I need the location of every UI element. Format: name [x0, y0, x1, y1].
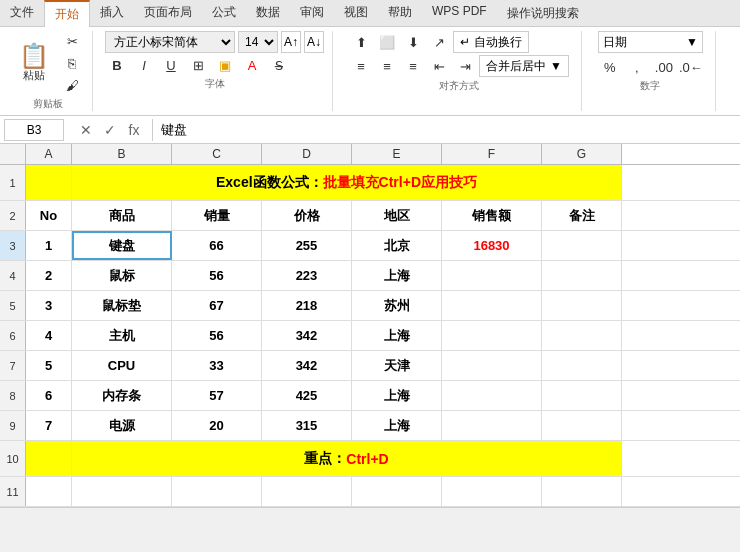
col-header-c[interactable]: C — [172, 144, 262, 164]
cell-b1-title[interactable]: Excel函数公式：批量填充Ctrl+D应用技巧 — [72, 165, 622, 200]
cell-a3[interactable]: 1 — [26, 231, 72, 260]
cell-e3[interactable]: 北京 — [352, 231, 442, 260]
tab-formula[interactable]: 公式 — [202, 0, 246, 26]
italic-button[interactable]: I — [132, 55, 156, 75]
cell-a10[interactable] — [26, 441, 72, 476]
row-num-1[interactable]: 1 — [0, 165, 26, 200]
cell-b2[interactable]: 商品 — [72, 201, 172, 230]
col-header-a[interactable]: A — [26, 144, 72, 164]
decrease-decimal-button[interactable]: .0← — [679, 57, 703, 77]
cell-c2[interactable]: 销量 — [172, 201, 262, 230]
cell-g3[interactable] — [542, 231, 622, 260]
tab-search[interactable]: 操作说明搜索 — [497, 0, 589, 26]
cell-b9[interactable]: 电源 — [72, 411, 172, 440]
wrap-text-button[interactable]: ↵ 自动换行 — [453, 31, 529, 53]
cell-d4[interactable]: 223 — [262, 261, 352, 290]
cell-b7[interactable]: CPU — [72, 351, 172, 380]
cell-d5[interactable]: 218 — [262, 291, 352, 320]
cell-a5[interactable]: 3 — [26, 291, 72, 320]
decrease-indent-button[interactable]: ⇤ — [427, 56, 451, 76]
confirm-formula-icon[interactable]: ✓ — [100, 122, 120, 138]
cell-c5[interactable]: 67 — [172, 291, 262, 320]
strikethrough-button[interactable]: S̶ — [267, 55, 291, 75]
tab-file[interactable]: 文件 — [0, 0, 44, 26]
row-num-8[interactable]: 8 — [0, 381, 26, 410]
cell-b5[interactable]: 鼠标垫 — [72, 291, 172, 320]
tab-data[interactable]: 数据 — [246, 0, 290, 26]
cell-d7[interactable]: 342 — [262, 351, 352, 380]
cell-a7[interactable]: 5 — [26, 351, 72, 380]
cell-c4[interactable]: 56 — [172, 261, 262, 290]
paste-button[interactable]: 📋 粘贴 — [12, 37, 56, 89]
cell-f4[interactable] — [442, 261, 542, 290]
cell-e11[interactable] — [352, 477, 442, 506]
cell-f2[interactable]: 销售额 — [442, 201, 542, 230]
align-top-button[interactable]: ⬆ — [349, 32, 373, 52]
cancel-formula-icon[interactable]: ✕ — [76, 122, 96, 138]
cell-c9[interactable]: 20 — [172, 411, 262, 440]
align-center-button[interactable]: ≡ — [375, 56, 399, 76]
cell-c3[interactable]: 66 — [172, 231, 262, 260]
font-size-select[interactable]: 14 — [238, 31, 278, 53]
number-format-dropdown[interactable]: 日期 ▼ — [598, 31, 703, 53]
cell-a11[interactable] — [26, 477, 72, 506]
cell-e9[interactable]: 上海 — [352, 411, 442, 440]
row-num-9[interactable]: 9 — [0, 411, 26, 440]
formula-input[interactable] — [157, 122, 736, 137]
row-num-10[interactable]: 10 — [0, 441, 26, 476]
cell-g7[interactable] — [542, 351, 622, 380]
align-right-button[interactable]: ≡ — [401, 56, 425, 76]
insert-function-icon[interactable]: fx — [124, 122, 144, 138]
cell-b3-selected[interactable]: 键盘 — [72, 231, 172, 260]
col-header-g[interactable]: G — [542, 144, 622, 164]
cell-b10-note[interactable]: 重点：Ctrl+D — [72, 441, 622, 476]
tab-help[interactable]: 帮助 — [378, 0, 422, 26]
tab-view[interactable]: 视图 — [334, 0, 378, 26]
cell-g9[interactable] — [542, 411, 622, 440]
percent-button[interactable]: % — [598, 57, 622, 77]
cell-f3[interactable]: 16830 — [442, 231, 542, 260]
cell-d8[interactable]: 425 — [262, 381, 352, 410]
copy-button[interactable]: ⎘ — [60, 53, 84, 73]
col-header-f[interactable]: F — [442, 144, 542, 164]
cell-f7[interactable] — [442, 351, 542, 380]
row-num-3[interactable]: 3 — [0, 231, 26, 260]
cell-d3[interactable]: 255 — [262, 231, 352, 260]
row-num-7[interactable]: 7 — [0, 351, 26, 380]
cell-f5[interactable] — [442, 291, 542, 320]
cell-g11[interactable] — [542, 477, 622, 506]
horizontal-scrollbar[interactable] — [0, 507, 740, 521]
cell-g5[interactable] — [542, 291, 622, 320]
cell-e8[interactable]: 上海 — [352, 381, 442, 410]
cell-b4[interactable]: 鼠标 — [72, 261, 172, 290]
cell-d9[interactable]: 315 — [262, 411, 352, 440]
col-header-b[interactable]: B — [72, 144, 172, 164]
font-name-select[interactable]: 方正小标宋简体 — [105, 31, 235, 53]
cell-f11[interactable] — [442, 477, 542, 506]
border-button[interactable]: ⊞ — [186, 55, 210, 75]
cell-d6[interactable]: 342 — [262, 321, 352, 350]
orientation-button[interactable]: ↗ — [427, 32, 451, 52]
cell-e2[interactable]: 地区 — [352, 201, 442, 230]
align-left-button[interactable]: ≡ — [349, 56, 373, 76]
fill-color-button[interactable]: ▣ — [213, 55, 237, 75]
bold-button[interactable]: B — [105, 55, 129, 75]
cell-a6[interactable]: 4 — [26, 321, 72, 350]
cell-c6[interactable]: 56 — [172, 321, 262, 350]
cell-b6[interactable]: 主机 — [72, 321, 172, 350]
cell-e5[interactable]: 苏州 — [352, 291, 442, 320]
cell-a9[interactable]: 7 — [26, 411, 72, 440]
cell-g2[interactable]: 备注 — [542, 201, 622, 230]
cell-d2[interactable]: 价格 — [262, 201, 352, 230]
tab-layout[interactable]: 页面布局 — [134, 0, 202, 26]
font-color-button[interactable]: A — [240, 55, 264, 75]
cell-c11[interactable] — [172, 477, 262, 506]
cell-e7[interactable]: 天津 — [352, 351, 442, 380]
increase-decimal-button[interactable]: .00 — [652, 57, 676, 77]
cell-f8[interactable] — [442, 381, 542, 410]
font-decrease-button[interactable]: A↓ — [304, 31, 324, 53]
tab-home[interactable]: 开始 — [44, 0, 90, 27]
row-num-5[interactable]: 5 — [0, 291, 26, 320]
format-painter-button[interactable]: 🖌 — [60, 75, 84, 95]
row-num-2[interactable]: 2 — [0, 201, 26, 230]
